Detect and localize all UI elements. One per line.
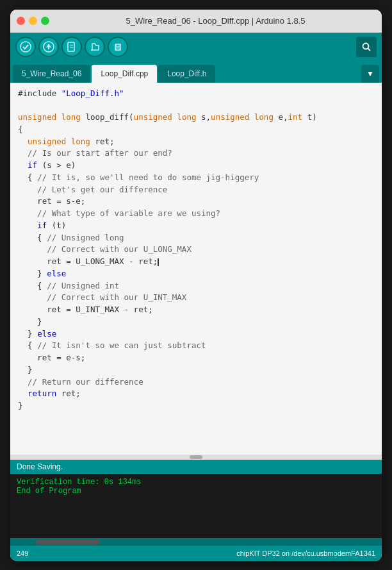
console-line-3: End of Program xyxy=(17,487,375,496)
save-file-icon xyxy=(112,41,124,53)
tab-loop-diff-h[interactable]: Loop_Diff.h xyxy=(158,65,215,83)
console-output[interactable]: Verification time: 0s 134ms End of Progr… xyxy=(10,474,382,538)
search-icon xyxy=(361,42,372,52)
svg-point-8 xyxy=(363,43,369,49)
new-file-button[interactable] xyxy=(61,37,82,57)
console-scrollbar-thumb[interactable] xyxy=(36,539,100,544)
code-editor[interactable]: #include "Loop_Diff.h" unsigned long loo… xyxy=(10,83,382,455)
svg-line-9 xyxy=(368,48,371,51)
svg-rect-3 xyxy=(68,42,74,51)
scroll-indicator xyxy=(10,455,382,460)
main-window: 5_Wire_Read_06 - Loop_Diff.cpp | Arduino… xyxy=(10,10,382,561)
console-status-bar: Done Saving. xyxy=(10,460,382,474)
toolbar xyxy=(10,33,382,61)
traffic-lights xyxy=(17,17,49,25)
search-button[interactable] xyxy=(356,37,377,57)
open-file-button[interactable] xyxy=(85,37,105,57)
new-file-icon xyxy=(66,41,78,53)
svg-rect-7 xyxy=(116,48,120,50)
scroll-thumb[interactable] xyxy=(190,455,202,459)
upload-button[interactable] xyxy=(38,37,59,57)
verify-button[interactable] xyxy=(15,37,36,57)
maximize-button[interactable] xyxy=(41,17,49,25)
tab-loop-diff-cpp[interactable]: Loop_Diff.cpp xyxy=(92,65,157,83)
line-number: 249 xyxy=(17,549,28,557)
open-file-icon xyxy=(89,41,101,53)
code-content: #include "Loop_Diff.h" unsigned long loo… xyxy=(18,88,374,412)
save-file-button[interactable] xyxy=(108,37,128,57)
console-line-1: Verification time: 0s 134ms xyxy=(17,478,375,487)
close-button[interactable] xyxy=(17,17,25,25)
status-bar: 249 chipKIT DP32 on /dev/cu.usbmodemFA13… xyxy=(10,546,382,561)
tabs-dropdown-button[interactable]: ▼ xyxy=(361,65,379,83)
verify-icon xyxy=(20,41,31,53)
title-bar: 5_Wire_Read_06 - Loop_Diff.cpp | Arduino… xyxy=(10,10,382,33)
minimize-button[interactable] xyxy=(29,17,37,25)
board-info: chipKIT DP32 on /dev/cu.usbmodemFA1341 xyxy=(236,549,375,557)
console-status-text: Done Saving. xyxy=(17,462,63,471)
tabs-bar: 5_Wire_Read_06 Loop_Diff.cpp Loop_Diff.h… xyxy=(10,61,382,83)
upload-icon xyxy=(43,41,54,53)
svg-point-0 xyxy=(20,42,31,52)
window-title: 5_Wire_Read_06 - Loop_Diff.cpp | Arduino… xyxy=(56,16,375,26)
console-scrollbar xyxy=(10,538,382,546)
tab-5-wire-read[interactable]: 5_Wire_Read_06 xyxy=(13,65,90,83)
